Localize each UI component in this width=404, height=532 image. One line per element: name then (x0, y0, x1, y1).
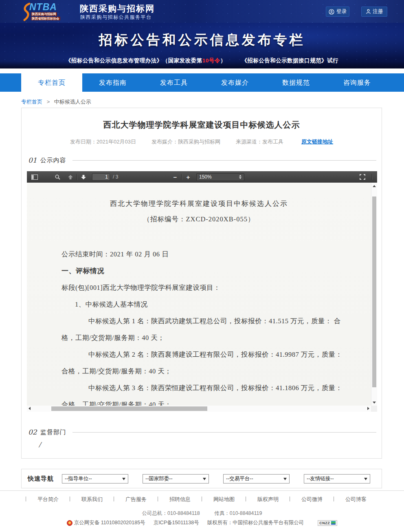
banner-title: 招标公告和公示信息发布专栏 (0, 31, 404, 49)
horizontal-scroll-thumb[interactable] (51, 406, 207, 411)
logo-brand: NTBA (29, 2, 57, 13)
police-registration[interactable]: 京公网安备 11010802020185号 (67, 519, 145, 526)
cnzz-stripes-icon (331, 521, 336, 525)
document-line: 中标候选人第 2 名：陕西襄博建设工程有限公司，投标报价：41.9987 万元，… (61, 349, 371, 366)
document-line: 1、中标候选人基本情况 (61, 299, 371, 316)
breadcrumb-current: 中标候选人公示 (54, 99, 91, 105)
horizontal-scrollbar[interactable] (27, 406, 371, 412)
quick-nav-label: 快速导航 (28, 475, 54, 483)
police-badge-icon (67, 520, 72, 526)
meta-item: 来源渠道：发布工具 (236, 138, 283, 146)
banner: 招标公告和公示信息发布专栏 《招标公告和公示信息发布管理办法》（国家发改委第10… (0, 23, 404, 68)
police-registration-text: 京公网安备 11010802020185号 (74, 519, 145, 526)
footer-link[interactable]: 网站地图 (208, 496, 240, 503)
banner-subtitle: 《招标公告和公示信息发布管理办法》（国家发改委第10号令） 《招标公告和公示数据… (0, 57, 404, 64)
article-meta: 发布日期：2021年02月03日发布媒介：陕西采购与招标网来源渠道：发布工具 原… (22, 138, 382, 146)
site-subtitle: 陕西采购与招标公共服务平台 (80, 14, 152, 21)
login-button[interactable]: 登录 (326, 7, 349, 17)
zoom-controls: − + 150% (170, 171, 244, 183)
document-body: 公示结束时间：2021 年 02 月 06 日 一、评标情况 标段(包)[001… (27, 249, 371, 406)
sidebar-toggle-icon (31, 174, 38, 180)
scroll-right-arrow-icon[interactable] (367, 407, 369, 410)
cnzz-badge[interactable]: CNZZ (318, 520, 337, 526)
document-line: 一、评标情况 (61, 266, 371, 283)
site-logo[interactable]: NTBA 陕西采购与招标网 陕西省招标投标协会 (21, 2, 78, 21)
document-subtitle: （招标编号：ZXCD-2020XB-055） (27, 215, 371, 224)
fullscreen-button[interactable] (358, 172, 367, 181)
scroll-down-arrow-icon[interactable] (373, 402, 376, 404)
document-line: 公示结束时间：2021 年 02 月 06 日 (61, 249, 371, 266)
pdf-toolbar: / 3 − + 150% (27, 171, 377, 183)
section-title: 公示内容 (40, 157, 66, 164)
nav-tab[interactable]: 发布工具 (143, 73, 204, 92)
document-line: 中标候选人第 1 名：陕西武功建筑工程总公司，投标报价：41.515 万元，质量… (61, 316, 371, 333)
section-number: 01 (28, 156, 37, 164)
banner-subtitle-left: 《招标公告和公示信息发布管理办法》（国家发改委第 (66, 57, 202, 64)
vertical-scroll-thumb[interactable] (372, 196, 376, 387)
section-header-supervision: 02 监督部门 (28, 428, 376, 436)
minus-icon: − (173, 174, 177, 180)
site-title: 陕西采购与招标网 (80, 3, 155, 14)
breadcrumb: 专栏首页 > 中标候选人公示 (21, 98, 91, 106)
select-value: --交易平台-- (226, 475, 253, 482)
zoom-out-button[interactable]: − (170, 172, 180, 181)
footer-link[interactable]: 公司博客 (340, 496, 372, 503)
toolbar-divider (372, 174, 373, 180)
section-rule (72, 432, 376, 433)
search-icon (55, 174, 60, 180)
vertical-scrollbar[interactable] (371, 183, 377, 406)
select-value: --国家部委-- (145, 475, 173, 482)
supervision-content: / (39, 441, 41, 448)
sidebar-toggle-button[interactable] (30, 172, 40, 181)
scroll-left-arrow-icon[interactable] (29, 407, 31, 410)
article-title: 西北大学物理学院学科展室建设项目中标候选人公示 (22, 119, 382, 130)
toolbar-divider (77, 174, 77, 180)
dropdown-arrow-icon (283, 478, 287, 480)
nav-tab[interactable]: 发布指南 (82, 73, 143, 92)
article-card: 西北大学物理学院学科展室建设项目中标候选人公示 发布日期：2021年02月03日… (21, 108, 382, 459)
scroll-up-arrow-icon[interactable] (373, 185, 376, 187)
article-meta-items: 发布日期：2021年02月03日发布媒介：陕西采购与招标网来源渠道：发布工具 (70, 138, 283, 146)
breadcrumb-home-link[interactable]: 专栏首页 (21, 99, 42, 105)
user-icon (366, 9, 371, 14)
nav-tab[interactable]: 发布媒介 (204, 73, 266, 92)
dropdown-arrow-icon (203, 478, 206, 480)
next-page-button[interactable] (79, 172, 88, 181)
quick-nav-selects: --指导单位-- --国家部委-- --交易平台-- --友情链接-- (62, 474, 370, 483)
quick-nav-select[interactable]: --国家部委-- (143, 474, 209, 483)
footer-fax: 传真：010-88484119 (214, 510, 262, 516)
dropdown-arrow-icon (122, 478, 125, 480)
document-line: 标段(包)[001]西北大学物理学院学科展室建设项目： (61, 283, 371, 299)
breadcrumb-separator: > (47, 99, 50, 105)
arrow-down-icon (81, 175, 86, 179)
nav-tab[interactable]: 数据规范 (266, 73, 327, 92)
quick-nav-select[interactable]: --交易平台-- (223, 474, 290, 483)
nav-tab[interactable]: 咨询服务 (327, 73, 388, 92)
footer-link[interactable]: 版权声明 (252, 496, 284, 503)
meta-item: 发布媒介：陕西采购与招标网 (152, 138, 220, 146)
zoom-select[interactable]: 150% (196, 173, 244, 181)
zoom-in-button[interactable]: + (183, 172, 193, 181)
footer-link[interactable]: 平台简介 (32, 496, 64, 503)
quick-nav-select[interactable]: --指导单位-- (62, 474, 128, 483)
icp-registration[interactable]: 京ICP备15011138号 (154, 519, 199, 526)
main-nav: 专栏首页 发布指南 发布工具 发布媒介 数据规范 咨询服务 (0, 73, 404, 92)
quick-nav-select[interactable]: --友情链接-- (304, 474, 370, 483)
banner-subtitle-right: 《招标公告和公示数据接口规范》试行 (242, 57, 338, 64)
nav-tab[interactable]: 专栏首页 (21, 73, 82, 92)
section-title: 监督部门 (40, 428, 66, 436)
footer-link[interactable]: 广告服务 (120, 496, 152, 503)
search-button[interactable] (53, 172, 62, 181)
banner-subtitle-close: ） (220, 57, 226, 64)
toolbar-divider (181, 174, 182, 180)
page-number-input[interactable] (92, 173, 110, 181)
footer-tel: 公司总机：010-88484118 (142, 510, 200, 516)
login-label: 登录 (336, 8, 347, 15)
document-line: 格，工期/交货期/服务期：40 天； (61, 333, 371, 349)
origin-link[interactable]: 原文链接地址 (301, 138, 333, 146)
previous-page-button[interactable] (66, 172, 75, 181)
footer-link[interactable]: 公司微博 (296, 496, 328, 503)
footer-link[interactable]: 联系我们 (76, 496, 108, 503)
footer-link[interactable]: 招聘信息 (164, 496, 196, 503)
register-button[interactable]: 注册 (361, 7, 387, 17)
